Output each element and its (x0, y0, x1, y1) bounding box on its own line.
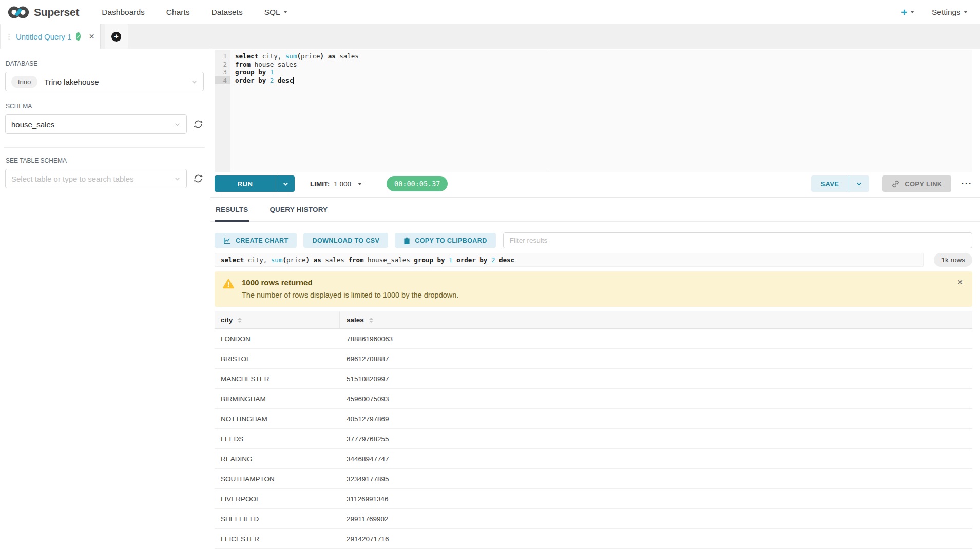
sql-token: city, (244, 256, 271, 264)
sql-token: sales (321, 256, 349, 264)
code-line[interactable]: from house_sales (235, 61, 972, 69)
sql-token: select (235, 52, 258, 60)
code-line[interactable]: order by 2 desc (235, 76, 972, 85)
sql-token: ( (282, 256, 286, 264)
cell-city: SOUTHAMPTON (215, 475, 340, 483)
sidebar-divider (4, 147, 205, 148)
column-header-sales[interactable]: sales (340, 311, 972, 328)
cell-city: LIVERPOOL (215, 495, 340, 503)
sql-token: 1 (449, 256, 453, 264)
query-success-icon: ✓ (76, 32, 80, 41)
executed-query-row: select city, sum(price) as sales from ho… (215, 253, 972, 267)
sql-token: order by (456, 256, 487, 264)
filter-results-input[interactable] (503, 232, 972, 248)
cell-sales: 45960075093 (340, 395, 972, 403)
table-select-placeholder: Select table or type to search tables (11, 174, 133, 183)
sql-token (445, 256, 449, 264)
copy-to-clipboard-button[interactable]: COPY TO CLIPBOARD (395, 233, 495, 248)
header-right: + Settings (901, 7, 968, 17)
copy-clipboard-label: COPY TO CLIPBOARD (415, 237, 487, 244)
column-label: sales (347, 316, 364, 324)
clipboard-icon (403, 237, 410, 245)
download-csv-button[interactable]: DOWNLOAD TO CSV (303, 233, 388, 248)
new-item-button[interactable]: + (901, 7, 914, 17)
chevron-down-icon (282, 181, 289, 187)
cell-sales: 69612708887 (340, 355, 972, 363)
sql-token: from (235, 61, 251, 68)
sql-token: city, (258, 52, 285, 60)
sql-token: from (348, 256, 363, 264)
brand-name: Superset (34, 6, 79, 18)
chevron-down-icon (174, 121, 181, 128)
column-header-city[interactable]: city (215, 311, 340, 328)
superset-logo[interactable]: Superset (7, 5, 79, 19)
tab-results[interactable]: RESULTS (215, 198, 249, 222)
table-row[interactable]: SOUTHAMPTON32349177895 (215, 469, 972, 489)
pane-resize-handle[interactable] (571, 199, 620, 203)
cell-sales: 29911769902 (340, 515, 972, 523)
warning-close-button[interactable]: ✕ (957, 278, 963, 286)
schema-value: house_sales (11, 120, 54, 129)
schema-select[interactable]: house_sales (5, 114, 187, 134)
save-button-group: SAVE (811, 175, 870, 192)
chevron-down-icon (283, 11, 287, 13)
table-row[interactable]: READING34468947747 (215, 449, 972, 469)
top-nav: Superset Dashboards Charts Datasets SQL … (0, 0, 980, 24)
cell-city: MANCHESTER (215, 375, 340, 383)
see-table-schema-label: SEE TABLE SCHEMA (6, 157, 204, 164)
database-value: Trino lakehouse (44, 77, 99, 86)
tab-close-button[interactable]: ✕ (89, 32, 95, 41)
drag-grip-icon[interactable]: ⋮ (6, 33, 12, 41)
tab-query-history[interactable]: QUERY HISTORY (268, 198, 329, 221)
table-row[interactable]: NOTTINGHAM40512797869 (215, 409, 972, 429)
limit-dropdown[interactable]: LIMIT: 1 000 (310, 180, 362, 188)
add-tab-button[interactable]: + (111, 32, 121, 42)
create-chart-button[interactable]: CREATE CHART (215, 233, 297, 248)
nav-sql-menu[interactable]: SQL (264, 8, 287, 17)
nav-charts[interactable]: Charts (166, 8, 190, 17)
table-row[interactable]: MANCHESTER51510820997 (215, 369, 972, 389)
sql-code-editor[interactable]: 1234 select city, sum(price) as salesfro… (215, 50, 972, 172)
run-button[interactable]: RUN (215, 175, 276, 192)
sort-icon (238, 318, 242, 323)
table-row[interactable]: SHEFFIELD29911769902 (215, 509, 972, 529)
table-row[interactable]: LEICESTER29142071716 (215, 529, 972, 549)
sql-token: ) (306, 256, 310, 264)
sql-token (310, 256, 314, 264)
sql-editor-pane: 1234 select city, sum(price) as salesfro… (210, 49, 980, 549)
table-row[interactable]: BIRMINGHAM45960075093 (215, 389, 972, 409)
schema-label: SCHEMA (6, 103, 204, 110)
database-label: DATABASE (6, 60, 204, 67)
copy-link-button[interactable]: COPY LINK (882, 175, 951, 192)
database-select[interactable]: trino Trino lakehouse (5, 72, 204, 91)
code-line[interactable]: group by 1 (235, 68, 972, 76)
table-select[interactable]: Select table or type to search tables (5, 169, 187, 188)
more-options-button[interactable]: ··· (962, 179, 972, 189)
cell-sales: 32349177895 (340, 475, 972, 483)
chevron-down-icon (964, 11, 968, 13)
table-row[interactable]: BRISTOL69612708887 (215, 349, 972, 369)
warning-title: 1000 rows returned (242, 278, 458, 287)
column-label: city (221, 316, 233, 324)
save-button[interactable]: SAVE (811, 175, 849, 192)
refresh-icon (193, 173, 203, 184)
editor-lines[interactable]: select city, sum(price) as salesfrom hou… (230, 50, 972, 172)
sql-token (324, 52, 328, 60)
table-row[interactable]: LIVERPOOL31126991346 (215, 489, 972, 509)
settings-label: Settings (932, 8, 960, 17)
nav-dashboards[interactable]: Dashboards (102, 8, 145, 17)
table-row[interactable]: LEEDS37779768255 (215, 429, 972, 449)
tab-untitled-query[interactable]: ⋮ Untitled Query 1 ✓ ✕ (0, 24, 101, 49)
table-row[interactable]: LONDON788861960063 (215, 329, 972, 349)
settings-menu[interactable]: Settings (932, 8, 968, 17)
save-options-button[interactable] (849, 175, 869, 192)
code-line[interactable]: select city, sum(price) as sales (235, 52, 972, 61)
nav-datasets[interactable]: Datasets (212, 8, 243, 17)
sql-token: select (221, 256, 244, 264)
editor-gutter: 1234 (215, 50, 230, 172)
refresh-tables-button[interactable] (193, 173, 204, 184)
refresh-schemas-button[interactable] (193, 119, 204, 130)
results-table-body: LONDON788861960063BRISTOL69612708887MANC… (215, 329, 972, 549)
run-options-button[interactable] (276, 175, 295, 192)
sql-token (487, 256, 491, 264)
